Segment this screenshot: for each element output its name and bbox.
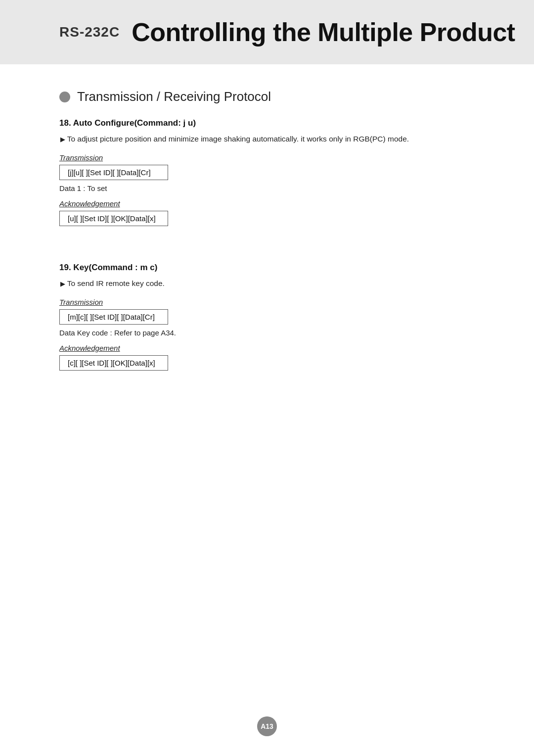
command-19-transmission-code: [m][c][ ][Set ID][ ][Data][Cr] bbox=[59, 309, 168, 325]
command-18-acknowledgement-code: [u][ ][Set ID][ ][OK][Data][x] bbox=[59, 211, 168, 226]
header-prefix: RS-232C bbox=[59, 24, 120, 40]
command-19-acknowledgement-label: Acknowledgement bbox=[59, 344, 475, 352]
command-18-data-note: Data 1 : To set bbox=[59, 184, 475, 192]
command-18-description: To adjust picture position and minimize … bbox=[59, 133, 475, 145]
page-header: RS-232C Controlling the Multiple Product bbox=[0, 0, 534, 64]
command-18-ack-section: Acknowledgement [u][ ][Set ID][ ][OK][Da… bbox=[59, 199, 475, 230]
command-18-acknowledgement-label: Acknowledgement bbox=[59, 199, 475, 208]
command-18-heading: 18. Auto Configure(Command: j u) bbox=[59, 118, 475, 128]
command-18-transmission-code: [j][u][ ][Set ID][ ][Data][Cr] bbox=[59, 165, 168, 180]
command-19-acknowledgement-code: [c][ ][Set ID][ ][OK][Data][x] bbox=[59, 355, 168, 371]
command-19-ack-section: Acknowledgement [c][ ][Set ID][ ][OK][Da… bbox=[59, 344, 475, 375]
section-dot-icon bbox=[59, 92, 70, 102]
section-header: Transmission / Receiving Protocol bbox=[59, 89, 475, 104]
command-19-transmission-label: Transmission bbox=[59, 298, 475, 306]
command-19-description: To send IR remote key code. bbox=[59, 278, 475, 290]
page-number: A13 bbox=[257, 716, 277, 736]
section-title: Transmission / Receiving Protocol bbox=[77, 89, 271, 104]
page-content: Transmission / Receiving Protocol 18. Au… bbox=[0, 64, 534, 422]
command-19-data-note: Data Key code : Refer to page A34. bbox=[59, 329, 475, 337]
command-18-transmission-label: Transmission bbox=[59, 153, 475, 162]
command-19-heading: 19. Key(Command : m c) bbox=[59, 263, 475, 273]
command-18-block: 18. Auto Configure(Command: j u) To adju… bbox=[59, 118, 475, 230]
spacer-1 bbox=[59, 248, 475, 263]
command-19-block: 19. Key(Command : m c) To send IR remote… bbox=[59, 263, 475, 375]
header-title: Controlling the Multiple Product bbox=[132, 17, 515, 47]
